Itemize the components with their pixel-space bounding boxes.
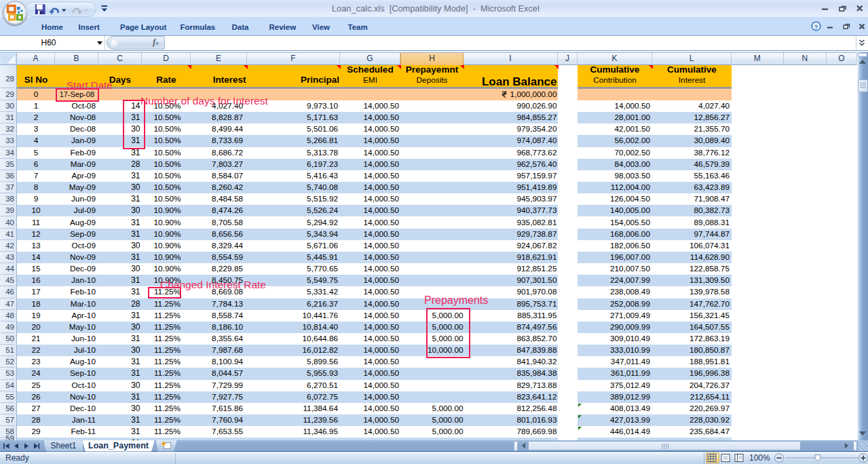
svg-text:?: ? <box>814 23 818 31</box>
